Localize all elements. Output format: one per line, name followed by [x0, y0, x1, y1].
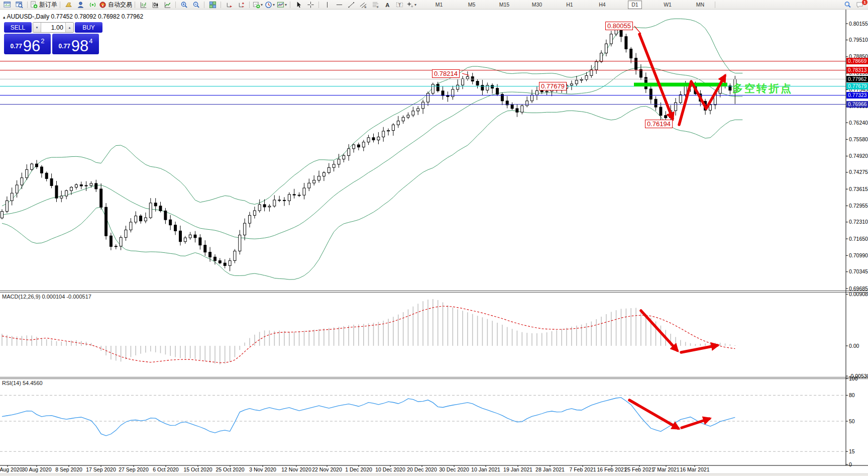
axis-tick-label: 15: [849, 448, 855, 454]
axis-tick-label: 0.72310: [849, 219, 868, 225]
candle-chart-icon[interactable]: [149, 1, 161, 9]
trend-arrow: [629, 400, 678, 428]
text-icon[interactable]: A: [381, 1, 393, 9]
toolbar: 新订单自动交易▾▾▾EFAT▾ M1M5M15M30H1H4D1W1MN 1: [0, 0, 868, 10]
volume-decrease-button[interactable]: ▼: [33, 23, 41, 32]
buy-price-small: 0.77: [58, 43, 70, 50]
toolbar-separator: [290, 2, 290, 8]
sell-price-big: 96: [23, 39, 40, 53]
timeframe-M1[interactable]: M1: [432, 1, 446, 9]
svg-text:F: F: [377, 5, 379, 9]
buy-price-tile[interactable]: 0.77984: [52, 34, 99, 54]
sell-button[interactable]: SELL: [4, 22, 32, 33]
autotrading-icon[interactable]: 自动交易: [98, 1, 133, 9]
shapes-icon[interactable]: ▾: [405, 1, 417, 9]
chart-annotation[interactable]: 多空转折点: [732, 81, 793, 96]
date-label: 8 Sep 2020: [55, 466, 82, 472]
tile-windows-icon[interactable]: [206, 1, 219, 9]
profile-icon[interactable]: [74, 1, 86, 9]
timeframe-M15[interactable]: M15: [497, 1, 511, 9]
trend-arrow: [641, 311, 677, 350]
date-label: 15 Oct 2020: [183, 466, 212, 472]
axis-tick-label: 0.72955: [849, 203, 868, 209]
timeframe-M30[interactable]: M30: [530, 1, 544, 9]
toolbar-separator: [204, 2, 204, 8]
toolbar-separator: [318, 2, 319, 8]
toolbar-right: 1: [841, 1, 865, 9]
chart-window-icon[interactable]: [1, 1, 13, 9]
gold-icon[interactable]: [62, 1, 74, 9]
cursor-icon[interactable]: [292, 1, 304, 9]
zoom-in-icon[interactable]: [178, 1, 190, 9]
date-axis: 20 Aug 202030 Aug 20208 Sep 202017 Sep 2…: [0, 466, 868, 473]
svg-text:E: E: [364, 5, 366, 9]
new-order-icon[interactable]: 新订单: [30, 1, 58, 9]
price-callout[interactable]: 0.76194: [645, 120, 673, 128]
axis-tick-label: 0: [849, 461, 852, 467]
date-label: 19 Jan 2021: [503, 466, 532, 472]
bollinger-band: [2, 106, 742, 279]
crosshair-icon[interactable]: [304, 1, 316, 9]
chart-search-icon[interactable]: [13, 1, 25, 9]
price-level-badge: 0.78669: [846, 58, 868, 64]
search-icon[interactable]: [841, 1, 853, 9]
axis-tick-label: 50: [849, 418, 855, 424]
chart-shift-icon[interactable]: [235, 1, 247, 9]
channel-icon[interactable]: E: [357, 1, 369, 9]
chevron-down-icon: ▾: [285, 3, 287, 7]
axis-tick-label: 0.009081: [849, 291, 868, 297]
volume-stepper: ▼ 1.00 ▲: [33, 22, 74, 33]
sell-price-tile[interactable]: 0.77962: [4, 34, 51, 54]
volume-input[interactable]: 1.00: [41, 23, 65, 32]
zoom-out-icon[interactable]: [190, 1, 202, 9]
toolbar-separator: [175, 2, 176, 8]
fibonacci-icon[interactable]: F: [369, 1, 381, 9]
date-label: 20 Aug 2020: [0, 466, 22, 472]
notification-badge: 1: [862, 0, 867, 5]
axis-tick-label: 0.73615: [849, 186, 868, 192]
buy-button[interactable]: BUY: [75, 22, 102, 33]
volume-increase-button[interactable]: ▲: [65, 23, 73, 32]
date-label: 7 Feb 2021: [569, 466, 596, 472]
chart-caption-text: AUDUSD-,Daily 0.77452 0.78092 0.76982 0.…: [7, 13, 144, 20]
date-label: 27 Sep 2020: [119, 466, 149, 472]
date-label: 25 Feb 2021: [625, 466, 655, 472]
date-label: 28 Jan 2021: [535, 466, 565, 472]
timeframe-D1[interactable]: D1: [628, 1, 642, 9]
price-callout[interactable]: 0.80055: [605, 22, 633, 30]
axis-tick-label: 0.71650: [849, 236, 868, 242]
collapse-icon[interactable]: ▴: [3, 15, 6, 20]
rsi-line: [2, 398, 735, 436]
date-label: 10 Jan 2021: [471, 466, 500, 472]
auto-arrange-icon[interactable]: [223, 1, 235, 9]
date-label: 20 Dec 2020: [407, 466, 437, 472]
date-label: 30 Aug 2020: [22, 466, 52, 472]
template-icon[interactable]: ▾: [276, 1, 288, 9]
timeframe-H1[interactable]: H1: [563, 1, 577, 9]
date-label: 3 Nov 2020: [249, 466, 276, 472]
turning-point-bar: [634, 83, 727, 87]
price-level-badge: 0.77679: [846, 83, 868, 89]
signal-icon[interactable]: [86, 1, 98, 9]
add-indicator-icon[interactable]: ▾: [252, 1, 264, 9]
trendline-icon[interactable]: [345, 1, 357, 9]
toolbar-left: 新订单自动交易▾▾▾EFAT▾: [1, 0, 417, 9]
buy-price-big: 98: [71, 39, 88, 53]
text-label-icon[interactable]: T: [393, 1, 405, 9]
timeframe-MN[interactable]: MN: [693, 1, 707, 9]
one-click-trading-panel: SELL ▼ 1.00 ▲ BUY 0.77962 0.77984: [4, 22, 102, 54]
vertical-line-icon[interactable]: [321, 1, 333, 9]
timeframe-W1[interactable]: W1: [661, 1, 675, 9]
toolbar-separator: [715, 2, 715, 8]
bollinger-band: [2, 67, 742, 239]
timeframe-H4[interactable]: H4: [595, 1, 609, 9]
horizontal-line-icon[interactable]: [333, 1, 345, 9]
price-callout[interactable]: 0.78214: [432, 69, 460, 78]
period-icon[interactable]: ▾: [264, 1, 276, 9]
bar-chart-icon[interactable]: [137, 1, 149, 9]
price-level-badge: 0.76966: [846, 101, 868, 108]
line-chart-icon[interactable]: [161, 1, 173, 9]
chat-icon[interactable]: 1: [853, 1, 865, 9]
price-callout[interactable]: 0.77679: [539, 82, 567, 90]
timeframe-M5[interactable]: M5: [465, 1, 479, 9]
